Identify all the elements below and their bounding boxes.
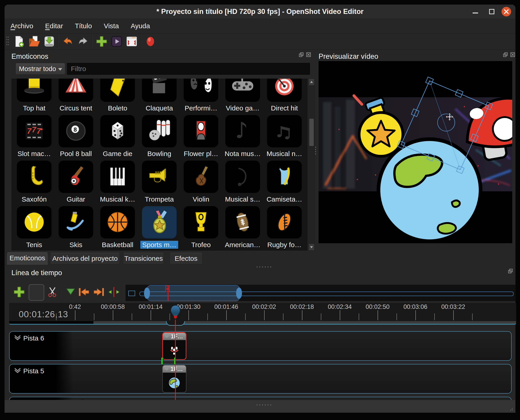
timeline-float-button[interactable] [508,268,513,274]
menu-vista[interactable]: Vista [98,19,125,33]
track-header[interactable]: Pista 4 [10,397,73,400]
emoticon-flower-card[interactable] [184,115,218,147]
panel-float-button[interactable] [298,52,304,57]
emoticon-label[interactable]: Saxofón [14,195,55,203]
track-header[interactable]: Pista 6 [10,332,73,360]
preview-float-button[interactable] [503,52,508,57]
emoticon-bowling[interactable] [142,115,176,147]
open-project-button[interactable] [28,35,41,48]
emoticon-label[interactable]: Musical s… [222,195,263,203]
zoom-handle-left[interactable] [144,287,150,299]
zoom-handle-right[interactable] [236,287,242,299]
emoticon-piano[interactable] [100,161,135,193]
emoticon-label[interactable]: Nota mus… [222,150,263,158]
emoticon-shirt[interactable] [267,161,302,193]
menu-título[interactable]: Título [69,19,98,33]
undo-button[interactable] [61,35,74,48]
emoticon-ticket[interactable] [100,79,135,102]
emoticon-masks[interactable] [184,79,218,102]
preview-close-button[interactable] [510,52,515,57]
emoticon-basketball[interactable] [100,206,135,239]
emoticon-label[interactable]: Performi… [180,104,222,112]
scrollbar-thumb[interactable] [309,119,314,146]
emoticon-label[interactable]: Sports m… [138,241,180,249]
emoticon-label[interactable]: Basketball [97,241,138,249]
emoticon-trumpet[interactable] [142,161,176,193]
emoticon-label[interactable]: Bowling [138,150,180,158]
emoticon-filter-dropdown[interactable]: Mostrar todo [15,63,65,75]
toolbar-grip-icon[interactable] [6,36,10,47]
export-video-button[interactable] [144,35,157,48]
tab-transiciones[interactable]: Transiciones [123,253,164,264]
tab-archivos-del-proyecto[interactable]: Archivos del proyecto [50,253,120,264]
emoticon-label[interactable]: Violin [180,195,222,203]
minimize-button[interactable] [470,7,480,17]
clip-selected[interactable]: 1F… [162,332,186,360]
emoticon-rugby[interactable] [267,206,302,239]
emoticon-label[interactable]: Guitar [55,195,97,203]
panel-close-button[interactable] [306,52,311,57]
emoticon-eightball[interactable]: 8 [59,115,93,147]
panel-splitter-vertical[interactable] [314,49,318,251]
emoticon-label[interactable]: Flower pl… [180,150,222,158]
clip-header[interactable]: 1F… [163,333,186,340]
emoticon-label[interactable]: Camiseta… [264,195,305,203]
emoticon-tennis[interactable] [17,206,52,239]
title-bar[interactable]: * Proyecto sin título [HD 720p 30 fps] -… [5,5,515,19]
import-files-button[interactable] [95,35,108,48]
zoom-slider-range[interactable] [147,285,240,301]
tab-emoticonos[interactable]: Emoticonos [7,252,48,265]
panel-splitter-horizontal[interactable] [257,266,271,267]
emoticon-label[interactable]: Video ga… [222,104,263,112]
timeline-ruler[interactable]: 00:01:26,13 0:4200:00:5800:01:1400:01:30… [9,303,516,321]
emoticon-label[interactable]: Musical n… [264,150,305,158]
emoticon-notes[interactable] [267,115,302,147]
emoticon-label[interactable]: Skis [55,241,97,249]
emoticon-football[interactable] [225,206,260,239]
emoticon-score[interactable] [225,161,260,193]
emoticon-clapper[interactable] [142,79,176,102]
emoticon-label[interactable]: Trompeta [138,195,180,203]
save-project-button[interactable] [43,35,56,48]
emoticon-die[interactable] [100,115,135,147]
next-marker-button[interactable] [92,286,105,298]
clip-unselected[interactable]: 1F… [162,365,186,393]
fullscreen-button[interactable] [125,35,138,48]
redo-button[interactable] [76,35,89,48]
close-button[interactable] [501,7,511,17]
new-project-button[interactable] [13,35,25,48]
tab-efectos[interactable]: Efectos [169,253,203,264]
emoticon-top-hat[interactable] [17,79,52,102]
emoticon-label[interactable]: Trofeo [180,241,222,249]
resize-grip-icon[interactable] [508,405,513,411]
choose-profile-button[interactable] [110,35,123,48]
menu-archivo[interactable]: Archivo [5,19,39,33]
emoticon-label[interactable]: Claqueta [138,104,180,112]
emoticon-label[interactable]: Circus tent [55,104,97,112]
emoticon-label[interactable]: Game die [97,150,138,158]
emoticon-label[interactable]: Rugby fo… [264,241,305,249]
emoticon-label[interactable]: Boleto [97,104,138,112]
emoticon-label[interactable]: Direct hit [264,104,305,112]
menu-ayuda[interactable]: Ayuda [125,19,156,33]
emoticon-trophy[interactable] [184,206,218,239]
emoticon-ski[interactable] [59,206,93,239]
emoticon-guitar[interactable] [59,161,93,193]
emoticon-label[interactable]: Top hat [14,104,55,112]
emoticon-violin[interactable] [184,161,218,193]
emoticon-label[interactable]: Slot mac… [14,150,55,158]
menu-editar[interactable]: Editar [39,19,69,33]
video-preview[interactable] [319,61,512,243]
maximize-button[interactable] [487,7,497,17]
emoticon-label[interactable]: Pool 8 ball [55,150,97,158]
center-playhead-button[interactable] [107,286,120,298]
clip-header[interactable]: 1F… [163,365,186,373]
add-track-button[interactable] [13,286,25,298]
track-header[interactable]: Pista 5 [10,364,73,393]
previous-marker-button[interactable] [77,286,90,298]
emoticon-target[interactable] [267,79,302,102]
emoticon-sax[interactable] [17,161,52,193]
razor-tool-button[interactable] [46,286,59,298]
emoticon-slot[interactable]: 777 [17,115,52,147]
emoticon-note[interactable] [225,115,260,147]
